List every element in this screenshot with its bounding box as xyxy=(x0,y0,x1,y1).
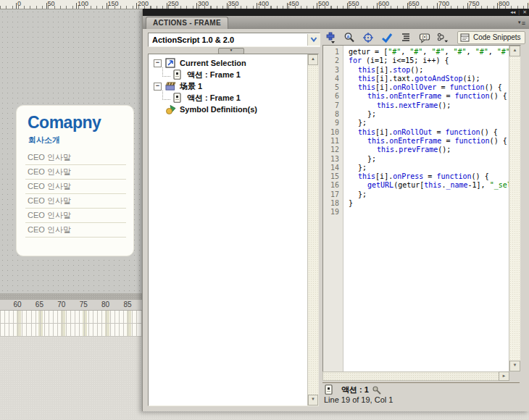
code-line[interactable]: getURL(getur[this._name-1], "_self"); xyxy=(349,181,509,190)
frame-number-label: 75 xyxy=(76,301,91,308)
code-line[interactable]: }; xyxy=(349,164,509,172)
card-menu-item[interactable]: CEO 인사말 xyxy=(25,223,126,238)
code-line[interactable]: this[i].onRollOut = function() { xyxy=(349,128,509,137)
ruler-label: 150 xyxy=(108,0,119,7)
tree-scroll-track[interactable] xyxy=(308,65,318,395)
card-title: Comapny xyxy=(28,113,101,133)
line-number: 6 xyxy=(323,92,339,101)
close-panel-button[interactable]: ✕ xyxy=(522,9,527,15)
ruler-label: 500 xyxy=(318,0,329,7)
tree-item[interactable]: −场景 1 xyxy=(149,80,307,92)
symbol-icon xyxy=(165,104,176,114)
card-menu-item[interactable]: CEO 인사말 xyxy=(25,165,126,180)
card-menu-item[interactable]: CEO 인사말 xyxy=(25,180,126,194)
dropdown-arrow-button[interactable] xyxy=(307,34,320,46)
tree-item-label: 场景 1 xyxy=(180,81,202,92)
code-line[interactable]: this[i].stop(); xyxy=(349,66,509,75)
actions-panel: ◂◂ | ✕ ACTIONS - FRAME ▼≡ ActionScript 1… xyxy=(142,9,529,411)
actions-toolbar: A(•) Code Snippets ? xyxy=(324,30,528,44)
line-number: 4 xyxy=(323,75,339,83)
svg-text:(•): (•) xyxy=(422,34,427,40)
script-page-icon xyxy=(324,385,335,395)
line-number: 11 xyxy=(323,137,339,146)
titlebar-divider: | xyxy=(518,9,520,15)
line-number: 12 xyxy=(323,146,339,154)
scroll-up-icon[interactable]: ▲ xyxy=(308,54,318,65)
show-code-hint-icon[interactable]: (•) xyxy=(418,31,430,43)
tree-item-label: 액션 : Frame 1 xyxy=(187,70,241,80)
script-page-icon xyxy=(172,93,183,103)
tree-item-label: Symbol Definition(s) xyxy=(180,105,257,114)
scroll-up-icon[interactable]: ▲ xyxy=(509,46,520,56)
code-line[interactable]: this[i].taxt.gotoAndStop(i); xyxy=(349,75,509,83)
code-line[interactable]: this.prevFrame(); xyxy=(349,146,509,154)
ruler-label: 600 xyxy=(378,0,389,7)
scroll-down-icon[interactable]: ▼ xyxy=(509,361,520,371)
collapse-to-icons-button[interactable]: ◂◂ xyxy=(510,9,515,15)
script-version-dropdown[interactable]: ActionScript 1.0 & 2.0 xyxy=(148,33,320,47)
code-line[interactable]: }; xyxy=(349,190,509,199)
tree-item[interactable]: 액션 : Frame 1 xyxy=(149,69,307,80)
tree-connector xyxy=(162,91,170,100)
insert-target-path-icon[interactable] xyxy=(362,31,374,43)
code-line[interactable]: this.onEnterFrame = function() { xyxy=(349,137,509,146)
stage-menu-card[interactable]: Comapny 회사소개 CEO 인사말CEO 인사말CEO 인사말CEO 인사… xyxy=(16,105,134,256)
script-tab-row: 액션 : 1 xyxy=(322,384,382,395)
chevron-down-icon xyxy=(309,33,318,46)
code-line[interactable]: } xyxy=(349,199,509,208)
script-tab[interactable]: 액션 : 1 xyxy=(341,385,369,395)
snippets-window-icon xyxy=(460,33,470,43)
scroll-down-icon[interactable]: ▼ xyxy=(308,395,318,406)
scroll-right-icon[interactable]: ► xyxy=(499,371,509,381)
card-menu-item[interactable]: CEO 인사말 xyxy=(25,209,126,223)
code-lines[interactable]: getur = ["#", "#", "#", "#", "#", "#", "… xyxy=(343,46,509,371)
tab-separator-line xyxy=(322,382,520,383)
tree-item[interactable]: 액션 : Frame 1 xyxy=(149,92,307,104)
line-number: 9 xyxy=(323,119,339,127)
tree-item[interactable]: −Current Selection xyxy=(149,57,307,69)
ruler-label: 0 xyxy=(17,0,21,7)
tree-scrollbar[interactable]: ▲ ▼ xyxy=(307,54,318,406)
code-line[interactable]: this.nextFrame(); xyxy=(349,101,509,110)
code-line[interactable]: for (i=1; i<=15; i++) { xyxy=(349,56,509,65)
card-menu-item[interactable]: CEO 인사말 xyxy=(25,151,126,165)
find-icon[interactable]: A xyxy=(343,31,355,43)
code-line[interactable]: this[i].onRollOver = function() { xyxy=(349,83,509,92)
ruler-label: 100 xyxy=(78,0,88,7)
tree-item[interactable]: Symbol Definition(s) xyxy=(149,104,307,115)
editor-scroll-track[interactable] xyxy=(509,56,520,361)
script-navigator-tree: −Current Selection액션 : Frame 1−场景 1액션 : … xyxy=(148,54,319,406)
dropdown-value: ActionScript 1.0 & 2.0 xyxy=(149,35,307,44)
code-line[interactable]: getur = ["#", "#", "#", "#", "#", "#", "… xyxy=(349,48,509,56)
check-syntax-icon[interactable] xyxy=(380,31,393,43)
scrollbar-corner xyxy=(509,371,520,381)
collapse-toggle-icon[interactable]: − xyxy=(154,59,162,67)
tab-actions-frame[interactable]: ACTIONS - FRAME xyxy=(146,17,228,29)
ruler-label: 350 xyxy=(228,0,239,7)
code-line[interactable]: this.onEnterFrame = function() { xyxy=(349,92,509,101)
editor-vertical-scrollbar[interactable]: ▲ ▼ xyxy=(509,46,520,371)
code-line[interactable] xyxy=(349,208,509,217)
editor-horizontal-scrollbar[interactable]: ► xyxy=(322,371,520,381)
auto-format-icon[interactable] xyxy=(399,31,412,43)
line-number: 18 xyxy=(323,199,339,208)
tree-item-label: 액션 : Frame 1 xyxy=(187,93,241,104)
line-number: 17 xyxy=(323,190,339,199)
code-line[interactable]: }; xyxy=(349,119,509,127)
code-line[interactable]: }; xyxy=(349,155,509,164)
collapse-toggle-icon[interactable]: − xyxy=(154,83,162,91)
flash-workspace: 0501001502002503003504004505005506006507… xyxy=(0,0,529,420)
add-script-icon[interactable] xyxy=(324,31,336,43)
ruler-label: 700 xyxy=(438,0,449,7)
card-menu-item[interactable]: CEO 인사말 xyxy=(25,194,126,209)
code-line[interactable]: this[i].onPress = function() { xyxy=(349,172,509,181)
hscroll-track[interactable] xyxy=(322,371,499,381)
code-snippets-button[interactable]: Code Snippets xyxy=(457,31,525,44)
tree-item-label: Current Selection xyxy=(180,59,246,67)
debug-options-icon[interactable] xyxy=(437,31,449,43)
code-line[interactable]: }; xyxy=(349,110,509,119)
script-editor: 12345678910111213141516171819 getur = ["… xyxy=(322,45,521,372)
ruler-label: 300 xyxy=(198,0,209,7)
panel-menu-button[interactable]: ▼≡ xyxy=(517,20,525,27)
pin-script-icon[interactable] xyxy=(372,385,382,395)
